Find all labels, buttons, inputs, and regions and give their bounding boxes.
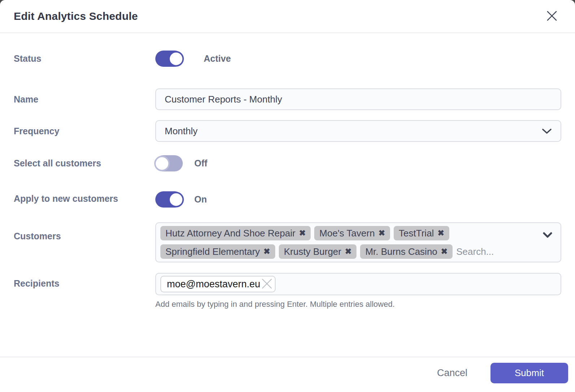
- status-label: Status: [14, 51, 155, 66]
- remove-tag-icon[interactable]: ✖: [264, 248, 270, 256]
- status-row: Status Active: [14, 51, 561, 67]
- select-all-customers-label: Select all customers: [14, 156, 155, 171]
- frequency-row: Frequency Monthly: [14, 120, 561, 142]
- apply-to-new-customers-state-text: On: [194, 194, 207, 205]
- cancel-button[interactable]: Cancel: [431, 364, 474, 382]
- customer-tag-label: Moe's Tavern: [319, 228, 375, 239]
- customer-tag: Springfield Elementary ✖: [160, 244, 275, 259]
- apply-to-new-customers-label: Apply to new customers: [14, 191, 155, 206]
- remove-tag-icon[interactable]: ✖: [437, 229, 444, 237]
- remove-tag-icon[interactable]: ✖: [441, 248, 448, 256]
- edit-analytics-schedule-dialog: Edit Analytics Schedule Status Active N: [0, 0, 575, 392]
- frequency-selected-value: Monthly: [165, 126, 198, 137]
- remove-email-button[interactable]: [260, 277, 274, 291]
- apply-to-new-customers-row: Apply to new customers On: [14, 191, 561, 208]
- apply-to-new-customers-toggle[interactable]: [155, 191, 183, 208]
- close-icon: [545, 9, 558, 23]
- customer-tag: Hutz Attorney And Shoe Repair ✖: [160, 226, 311, 240]
- email-tag: moe@moestavern.eu: [160, 276, 276, 292]
- remove-tag-icon[interactable]: ✖: [299, 229, 306, 237]
- select-all-customers-row: Select all customers Off: [14, 155, 561, 171]
- frequency-select[interactable]: Monthly: [155, 120, 561, 142]
- dialog-title: Edit Analytics Schedule: [14, 10, 138, 22]
- customer-tag: Moe's Tavern ✖: [314, 226, 390, 240]
- select-all-customers-state-text: Off: [194, 158, 207, 169]
- toggle-knob: [168, 192, 184, 207]
- customer-tag-label: Krusty Burger: [284, 246, 341, 257]
- customer-tag: Krusty Burger ✖: [279, 244, 356, 259]
- submit-button[interactable]: Submit: [490, 363, 568, 383]
- email-tag-label: moe@moestavern.eu: [167, 279, 260, 290]
- customer-tag: TestTrial ✖: [394, 226, 449, 240]
- frequency-label: Frequency: [14, 124, 155, 139]
- remove-tag-icon[interactable]: ✖: [345, 248, 351, 256]
- dialog-header: Edit Analytics Schedule: [0, 0, 575, 33]
- dialog-footer: Cancel Submit: [0, 357, 575, 392]
- dialog-body: Status Active Name Frequency Monthly: [0, 33, 575, 357]
- customer-tag-label: TestTrial: [399, 228, 434, 239]
- chevron-down-icon[interactable]: [542, 232, 553, 240]
- recipients-row: Recipients moe@moestavern.eu: [14, 273, 561, 309]
- toggle-knob: [154, 156, 170, 171]
- name-input[interactable]: [155, 88, 561, 110]
- customer-tag: Mr. Burns Casino ✖: [360, 244, 453, 259]
- toggle-knob: [168, 51, 184, 66]
- status-state-text: Active: [204, 53, 231, 64]
- name-row: Name: [14, 88, 561, 110]
- recipients-help-text: Add emails by typing in and pressing Ent…: [155, 300, 561, 309]
- customer-tag-label: Mr. Burns Casino: [365, 246, 437, 257]
- status-toggle[interactable]: [155, 51, 183, 67]
- customers-row: Customers Hutz Attorney And Shoe Repair …: [14, 222, 561, 262]
- select-all-customers-toggle[interactable]: [155, 155, 183, 171]
- customer-tag-label: Hutz Attorney And Shoe Repair: [165, 228, 295, 239]
- recipients-input[interactable]: moe@moestavern.eu: [155, 273, 561, 295]
- chevron-down-icon: [542, 126, 552, 137]
- close-button[interactable]: [544, 8, 560, 24]
- name-label: Name: [14, 92, 155, 107]
- remove-tag-icon[interactable]: ✖: [379, 229, 385, 237]
- remove-email-icon: [261, 278, 273, 291]
- customers-search-input[interactable]: [456, 244, 539, 259]
- customers-label: Customers: [14, 222, 155, 244]
- customers-multiselect[interactable]: Hutz Attorney And Shoe Repair ✖ Moe's Ta…: [155, 222, 561, 262]
- recipients-label: Recipients: [14, 273, 155, 291]
- customer-tag-label: Springfield Elementary: [165, 246, 260, 257]
